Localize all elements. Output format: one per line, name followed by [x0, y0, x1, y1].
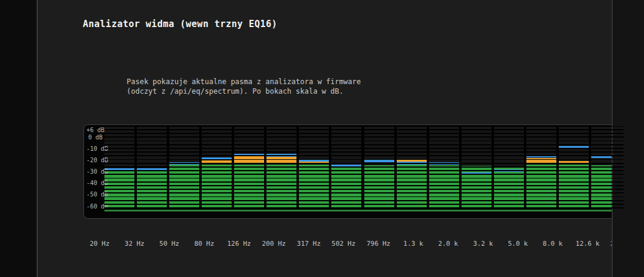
bar-fill-green [364, 165, 394, 209]
frequency-label: 80 Hz [187, 240, 221, 248]
description-line-2: (odczyt z /api/eq/spectrum). Po bokach s… [127, 87, 343, 96]
spectrum-plot [104, 126, 624, 209]
db-tick-label-left: -10 dB [86, 145, 103, 151]
frequency-label: 3.2 k [466, 240, 501, 248]
spectrum-bar-column [364, 126, 394, 209]
bar-fill-green [526, 165, 556, 209]
frequency-label: 8.0 k [535, 240, 570, 248]
peak-hold-indicator [266, 154, 296, 156]
db-tick-label-left: -60 dB [86, 202, 103, 209]
analyzer-section: Analizator widma (wewn trzny EQ16) Pasek… [38, 0, 612, 277]
bar-fill-green [397, 165, 427, 209]
spectrum-bar-column [234, 126, 264, 209]
bar-fill-orange [526, 158, 556, 165]
frequency-label: 50 Hz [152, 240, 187, 248]
frequency-label: 12.6 k [570, 240, 605, 248]
description-line-1: Pasek pokazuje aktualne pasma z analizat… [127, 78, 361, 86]
bar-fill-green [494, 167, 524, 208]
spectrum-bar-column [202, 126, 232, 209]
spectrum-bar-column [169, 126, 199, 209]
frequency-label: 126 Hz [221, 240, 256, 248]
peak-hold-indicator [202, 157, 232, 160]
peak-hold-indicator [331, 165, 361, 167]
spectrum-bar-column [429, 126, 459, 209]
frequency-axis: 20 Hz32 Hz50 Hz80 Hz126 Hz200 Hz317 Hz50… [82, 240, 640, 248]
peak-hold-indicator [526, 155, 556, 157]
spectrum-bar-column [397, 126, 427, 209]
peak-hold-indicator [364, 160, 394, 162]
frequency-label: 1.3 k [396, 240, 431, 248]
db-tick-label-left: +6 dB [86, 126, 103, 133]
bar-fill-orange [202, 160, 232, 165]
peak-hold-indicator [169, 162, 199, 165]
app-window: Analizator widma (wewn trzny EQ16) Pasek… [0, 0, 644, 277]
bar-fill-orange [234, 156, 264, 164]
db-tick-label-left: -50 dB [86, 191, 103, 198]
spectrum-analyzer-inner: +6 dB0 dB-10 dB-20 dB-30 dB-40 dB-50 dB-… [84, 125, 640, 218]
frequency-label: 502 Hz [326, 240, 361, 248]
analyzer-description: Pasek pokazuje aktualne pasma z analizat… [127, 78, 361, 96]
db-tick-label-left: -40 dB [86, 180, 103, 186]
frequency-label: 200 Hz [256, 240, 291, 248]
spectrum-bar-column [559, 126, 589, 209]
peak-hold-indicator [234, 154, 264, 156]
frequency-label: 317 Hz [291, 240, 326, 248]
bar-fill-green [331, 167, 361, 208]
left-gutter [0, 0, 37, 277]
bar-fill-green [137, 171, 167, 208]
peak-hold-indicator [397, 162, 427, 164]
bar-fill-green [559, 165, 589, 209]
peak-hold-indicator [494, 169, 524, 172]
spectrum-analyzer-panel: +6 dB0 dB-10 dB-20 dB-30 dB-40 dB-50 dB-… [83, 124, 641, 219]
bar-fill-green [266, 165, 296, 209]
page-title: Analizator widma (wewn trzny EQ16) [83, 19, 277, 29]
db-tick-label-left: -30 dB [86, 168, 103, 175]
frequency-label: 2.0 k [431, 240, 466, 248]
peak-hold-indicator [429, 162, 459, 165]
right-gutter [613, 0, 644, 277]
peak-hold-indicator [104, 168, 134, 171]
peak-hold-indicator [462, 172, 492, 175]
db-tick-label-left: 0 dB [86, 133, 103, 140]
peak-hold-indicator [137, 168, 167, 171]
spectrum-bar-column [299, 126, 329, 209]
db-tick-label-left: -20 dB [86, 156, 103, 163]
spectrum-bar-column [104, 126, 134, 209]
frequency-label: 20 Hz [82, 240, 117, 248]
bar-fill-orange [266, 156, 296, 164]
bar-fill-green [234, 165, 264, 209]
spectrum-bar-column [331, 126, 361, 209]
frequency-label: 32 Hz [117, 240, 152, 248]
spectrum-bar-column [526, 126, 556, 209]
spectrum-bar-column [494, 126, 524, 209]
bar-fill-green [299, 165, 329, 209]
spectrum-bar-column [462, 126, 492, 209]
bar-fill-green [104, 171, 134, 208]
spectrum-baseline [104, 210, 624, 212]
frequency-label: 796 Hz [361, 240, 396, 248]
peak-hold-indicator [299, 159, 329, 162]
peak-hold-indicator [559, 146, 589, 148]
bar-fill-green [169, 165, 199, 208]
bar-fill-green [202, 165, 232, 209]
bar-fill-green [429, 165, 459, 208]
frequency-label: 5.0 k [501, 240, 535, 248]
spectrum-bar-column [266, 126, 296, 209]
spectrum-bar-column [137, 126, 167, 209]
